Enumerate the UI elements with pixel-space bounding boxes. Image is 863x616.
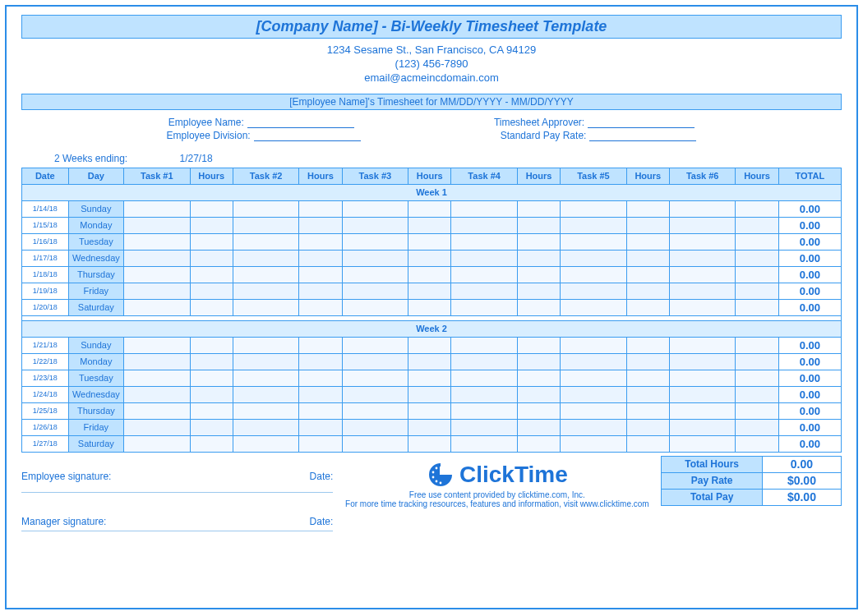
pay-rate-field[interactable] bbox=[589, 140, 696, 141]
employee-division-field[interactable] bbox=[254, 140, 361, 141]
cell-task[interactable] bbox=[669, 266, 736, 283]
cell-hours[interactable] bbox=[299, 200, 342, 217]
cell-hours[interactable] bbox=[299, 402, 342, 419]
cell-task[interactable] bbox=[124, 353, 191, 370]
cell-task[interactable] bbox=[561, 266, 627, 283]
cell-hours[interactable] bbox=[408, 435, 451, 452]
cell-task[interactable] bbox=[669, 283, 736, 299]
cell-hours[interactable] bbox=[517, 250, 560, 266]
cell-task[interactable] bbox=[233, 435, 299, 452]
cell-hours[interactable] bbox=[408, 386, 451, 402]
cell-task[interactable] bbox=[451, 250, 518, 266]
cell-task[interactable] bbox=[342, 402, 408, 419]
cell-hours[interactable] bbox=[517, 283, 560, 299]
cell-task[interactable] bbox=[124, 419, 191, 435]
cell-task[interactable] bbox=[342, 370, 408, 386]
cell-task[interactable] bbox=[233, 370, 299, 386]
cell-hours[interactable] bbox=[736, 353, 778, 370]
cell-hours[interactable] bbox=[517, 233, 560, 250]
cell-task[interactable] bbox=[451, 419, 518, 435]
cell-hours[interactable] bbox=[299, 233, 342, 250]
cell-task[interactable] bbox=[233, 200, 299, 217]
cell-task[interactable] bbox=[669, 299, 736, 315]
cell-task[interactable] bbox=[124, 200, 191, 217]
cell-task[interactable] bbox=[669, 217, 736, 233]
cell-task[interactable] bbox=[561, 283, 627, 299]
cell-hours[interactable] bbox=[408, 200, 451, 217]
cell-hours[interactable] bbox=[408, 337, 451, 353]
cell-task[interactable] bbox=[669, 419, 736, 435]
cell-hours[interactable] bbox=[190, 386, 233, 402]
cell-task[interactable] bbox=[561, 386, 627, 402]
cell-task[interactable] bbox=[561, 370, 627, 386]
cell-task[interactable] bbox=[451, 233, 518, 250]
cell-task[interactable] bbox=[451, 283, 518, 299]
cell-hours[interactable] bbox=[517, 353, 560, 370]
cell-hours[interactable] bbox=[626, 200, 669, 217]
cell-hours[interactable] bbox=[299, 337, 342, 353]
cell-hours[interactable] bbox=[736, 337, 778, 353]
cell-hours[interactable] bbox=[736, 200, 778, 217]
cell-task[interactable] bbox=[451, 217, 518, 233]
cell-hours[interactable] bbox=[626, 233, 669, 250]
cell-task[interactable] bbox=[342, 200, 408, 217]
cell-task[interactable] bbox=[451, 402, 518, 419]
cell-hours[interactable] bbox=[190, 283, 233, 299]
approver-field[interactable] bbox=[588, 127, 695, 128]
cell-hours[interactable] bbox=[626, 250, 669, 266]
cell-hours[interactable] bbox=[299, 266, 342, 283]
cell-hours[interactable] bbox=[517, 299, 560, 315]
cell-hours[interactable] bbox=[736, 386, 778, 402]
cell-task[interactable] bbox=[124, 337, 191, 353]
employee-name-field[interactable] bbox=[247, 127, 354, 128]
cell-hours[interactable] bbox=[190, 337, 233, 353]
cell-hours[interactable] bbox=[408, 250, 451, 266]
cell-hours[interactable] bbox=[736, 266, 778, 283]
cell-hours[interactable] bbox=[190, 370, 233, 386]
cell-hours[interactable] bbox=[408, 370, 451, 386]
cell-task[interactable] bbox=[669, 200, 736, 217]
cell-task[interactable] bbox=[342, 386, 408, 402]
cell-task[interactable] bbox=[342, 419, 408, 435]
cell-hours[interactable] bbox=[626, 386, 669, 402]
cell-hours[interactable] bbox=[190, 217, 233, 233]
cell-task[interactable] bbox=[233, 283, 299, 299]
cell-hours[interactable] bbox=[190, 419, 233, 435]
cell-task[interactable] bbox=[124, 233, 191, 250]
cell-task[interactable] bbox=[342, 233, 408, 250]
cell-hours[interactable] bbox=[517, 266, 560, 283]
cell-hours[interactable] bbox=[299, 370, 342, 386]
cell-task[interactable] bbox=[561, 217, 627, 233]
cell-task[interactable] bbox=[342, 435, 408, 452]
cell-task[interactable] bbox=[561, 435, 627, 452]
cell-task[interactable] bbox=[669, 250, 736, 266]
cell-hours[interactable] bbox=[190, 402, 233, 419]
cell-hours[interactable] bbox=[408, 419, 451, 435]
cell-hours[interactable] bbox=[736, 402, 778, 419]
cell-task[interactable] bbox=[342, 299, 408, 315]
cell-hours[interactable] bbox=[626, 435, 669, 452]
cell-task[interactable] bbox=[233, 419, 299, 435]
cell-hours[interactable] bbox=[408, 353, 451, 370]
cell-task[interactable] bbox=[451, 266, 518, 283]
cell-task[interactable] bbox=[451, 386, 518, 402]
cell-task[interactable] bbox=[451, 299, 518, 315]
cell-task[interactable] bbox=[561, 353, 627, 370]
cell-hours[interactable] bbox=[299, 299, 342, 315]
cell-task[interactable] bbox=[669, 370, 736, 386]
cell-task[interactable] bbox=[669, 337, 736, 353]
cell-task[interactable] bbox=[561, 402, 627, 419]
cell-hours[interactable] bbox=[190, 299, 233, 315]
cell-task[interactable] bbox=[233, 337, 299, 353]
cell-hours[interactable] bbox=[190, 266, 233, 283]
cell-hours[interactable] bbox=[190, 200, 233, 217]
cell-hours[interactable] bbox=[736, 419, 778, 435]
cell-task[interactable] bbox=[233, 250, 299, 266]
cell-hours[interactable] bbox=[408, 402, 451, 419]
cell-hours[interactable] bbox=[190, 353, 233, 370]
cell-task[interactable] bbox=[124, 299, 191, 315]
cell-hours[interactable] bbox=[408, 233, 451, 250]
cell-task[interactable] bbox=[342, 283, 408, 299]
cell-hours[interactable] bbox=[517, 402, 560, 419]
cell-hours[interactable] bbox=[408, 217, 451, 233]
